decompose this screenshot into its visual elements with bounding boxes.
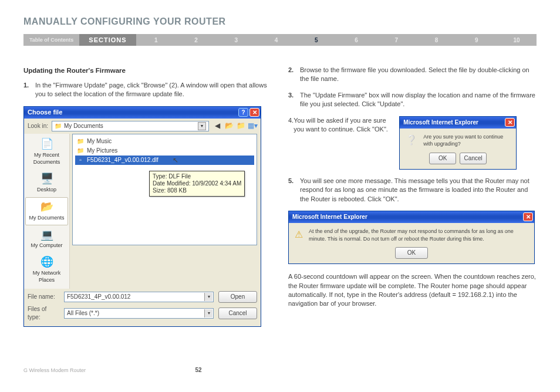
ok-button[interactable]: OK — [429, 153, 456, 164]
mydocs-icon: 📂 — [39, 200, 55, 214]
cancel-button[interactable]: Cancel — [460, 153, 487, 164]
close-button[interactable]: ✕ — [249, 108, 259, 117]
section-1[interactable]: 1 — [136, 37, 176, 43]
step-text: You will see one more message. This mess… — [300, 177, 537, 204]
sidebar-item-mycomputer[interactable]: 💻 My Computer — [25, 225, 68, 253]
dialog-title: Choose file — [28, 108, 62, 117]
right-column: 2. Browse to the firmware file you downl… — [288, 66, 537, 327]
sidebar-label: My Network Places — [25, 269, 68, 284]
filetype-select[interactable]: All Files (*.*) ▾ — [64, 308, 214, 319]
page-number: 52 — [86, 367, 311, 373]
chevron-down-icon[interactable]: ▾ — [204, 293, 212, 301]
chevron-down-icon[interactable]: ▾ — [204, 309, 212, 317]
section-2[interactable]: 2 — [176, 37, 216, 43]
help-button[interactable]: ? — [238, 108, 248, 117]
sidebar-item-desktop[interactable]: 🖥️ Desktop — [25, 170, 68, 197]
tooltip-line: Type: DLF File — [153, 173, 241, 180]
step-number: 4. — [288, 116, 294, 134]
step-number: 3. — [288, 91, 300, 109]
page-title: MANUALLY CONFIGURING YOUR ROUTER — [23, 16, 537, 27]
new-folder-icon[interactable]: 📁 — [236, 121, 245, 131]
file-item-selected[interactable]: ▫ F5D6231_4P_v0.00.012.dlf — [75, 156, 254, 165]
dialog-text: At the end of the upgrade, the Router ma… — [309, 228, 528, 242]
step-number: 5. — [288, 177, 300, 204]
question-icon: ❔ — [406, 134, 417, 147]
dialog-title: Microsoft Internet Explorer — [292, 213, 367, 221]
filename-input[interactable]: F5D6231_4P_v0.00.012 ▾ — [64, 292, 214, 302]
look-in-label: Look in: — [28, 122, 48, 130]
section-3[interactable]: 3 — [216, 37, 256, 43]
confirm-dialog: Microsoft Internet Explorer ✕ ❔ Are you … — [399, 116, 517, 170]
chevron-down-icon[interactable]: ▾ — [198, 122, 206, 130]
section-8[interactable]: 8 — [416, 37, 456, 43]
file-name: My Pictures — [87, 147, 117, 155]
step-text: In the "Firmware Update" page, click "Br… — [35, 81, 272, 99]
sidebar-label: My Computer — [31, 242, 62, 249]
sidebar-item-mydocs[interactable]: 📂 My Documents — [25, 197, 68, 226]
file-tooltip: Type: DLF File Date Modified: 10/9/2002 … — [149, 171, 245, 197]
tooltip-line: Size: 808 KB — [153, 187, 241, 194]
section-4[interactable]: 4 — [256, 37, 296, 43]
section-5[interactable]: 5 — [296, 37, 336, 43]
filetype-value: All Files (*.*) — [67, 309, 99, 317]
subheading: Updating the Router's Firmware — [23, 66, 272, 75]
up-icon[interactable]: 📂 — [224, 121, 234, 131]
computer-icon: 💻 — [39, 228, 55, 242]
step-text: Browse to the firmware file you download… — [300, 66, 537, 84]
open-button[interactable]: Open — [218, 291, 257, 303]
cursor-icon: ↖ — [173, 156, 178, 165]
step-text: The "Update Firmware" box will now displ… — [300, 91, 537, 109]
section-6[interactable]: 6 — [336, 37, 376, 43]
desktop-icon: 🖥️ — [39, 172, 55, 186]
section-nav: Table of Contents SECTIONS 1 2 3 4 5 6 7… — [23, 34, 537, 46]
tooltip-line: Date Modified: 10/9/2002 4:34 AM — [153, 180, 241, 187]
section-7[interactable]: 7 — [376, 37, 416, 43]
views-icon[interactable]: ▦▾ — [248, 121, 257, 131]
filetype-label: Files of type: — [28, 305, 59, 322]
step-number: 2. — [288, 66, 300, 84]
choose-file-dialog: Choose file ? ✕ Look in: 📁 My Documents … — [23, 106, 261, 327]
folder-icon: 📁 — [76, 147, 85, 155]
section-10[interactable]: 10 — [497, 37, 537, 43]
sections-label: SECTIONS — [79, 34, 136, 46]
dialog-text: Are you sure you want to continue with u… — [423, 133, 510, 148]
file-name: My Music — [87, 137, 112, 146]
file-icon: ▫ — [76, 156, 85, 164]
close-button[interactable]: ✕ — [523, 212, 533, 221]
file-name: F5D6231_4P_v0.00.012.dlf — [87, 156, 158, 164]
sidebar-item-recent[interactable]: 📄 My Recent Documents — [25, 135, 68, 170]
file-list[interactable]: 📁 My Music 📁 My Pictures ▫ F5D6231_4P_v0… — [72, 134, 257, 245]
section-9[interactable]: 9 — [457, 37, 497, 43]
sidebar-item-mynetwork[interactable]: 🌐 My Network Places — [25, 253, 68, 288]
step-text: You will be asked if you are sure you wa… — [294, 116, 393, 134]
network-icon: 🌐 — [39, 255, 55, 269]
look-in-value: My Documents — [64, 122, 103, 130]
dialog-title: Microsoft Internet Explorer — [403, 119, 478, 127]
file-item-folder[interactable]: 📁 My Music — [75, 137, 254, 146]
close-button[interactable]: ✕ — [505, 118, 515, 127]
sidebar-label: My Documents — [29, 214, 64, 222]
look-in-combo[interactable]: 📁 My Documents ▾ — [52, 121, 209, 131]
closing-paragraph: A 60-second countdown will appear on the… — [288, 272, 537, 309]
info-dialog: Microsoft Internet Explorer ✕ ⚠ At the e… — [288, 211, 535, 264]
recent-icon: 📄 — [39, 137, 55, 151]
product-name: G Wireless Modem Router — [23, 367, 86, 373]
left-column: Updating the Router's Firmware 1. In the… — [23, 66, 272, 327]
folder-icon: 📁 — [55, 122, 62, 130]
filename-value: F5D6231_4P_v0.00.012 — [67, 293, 130, 301]
filename-label: File name: — [28, 293, 59, 301]
folder-icon: 📁 — [76, 137, 85, 146]
sidebar-label: My Recent Documents — [25, 151, 68, 166]
cancel-button[interactable]: Cancel — [218, 307, 257, 319]
warning-icon: ⚠ — [295, 228, 303, 241]
step-number: 1. — [23, 81, 35, 99]
back-icon[interactable]: ◀ — [212, 121, 222, 131]
file-item-folder[interactable]: 📁 My Pictures — [75, 146, 254, 156]
sidebar-label: Desktop — [37, 186, 56, 194]
ok-button[interactable]: OK — [395, 247, 428, 259]
toc-link[interactable]: Table of Contents — [23, 37, 79, 43]
